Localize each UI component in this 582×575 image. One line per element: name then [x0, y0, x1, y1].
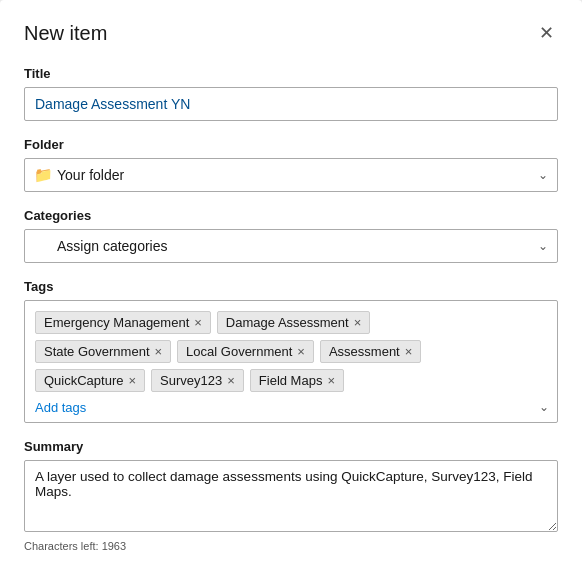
dialog-header: New item ✕: [24, 20, 558, 46]
tag-remove-damage-assessment[interactable]: ×: [354, 316, 362, 329]
tag-text: Assessment: [329, 344, 400, 359]
tag-remove-emergency-management[interactable]: ×: [194, 316, 202, 329]
folder-select-wrapper: 📁 Your folder ⌄: [24, 158, 558, 192]
tag-text: Field Maps: [259, 373, 323, 388]
tag-text: Survey123: [160, 373, 222, 388]
tags-row-3: QuickCapture × Survey123 × Field Maps ×: [35, 369, 547, 392]
tag-remove-assessment[interactable]: ×: [405, 345, 413, 358]
tag-emergency-management: Emergency Management ×: [35, 311, 211, 334]
categories-select[interactable]: Assign categories: [24, 229, 558, 263]
tags-expand-chevron-icon: ⌄: [539, 400, 549, 414]
tag-remove-state-government[interactable]: ×: [155, 345, 163, 358]
tag-state-government: State Government ×: [35, 340, 171, 363]
tags-field-group: Tags Emergency Management × Damage Asses…: [24, 279, 558, 423]
tag-local-government: Local Government ×: [177, 340, 314, 363]
folder-select[interactable]: Your folder: [24, 158, 558, 192]
tag-damage-assessment: Damage Assessment ×: [217, 311, 370, 334]
title-label: Title: [24, 66, 558, 81]
tag-text: Local Government: [186, 344, 292, 359]
tag-survey123: Survey123 ×: [151, 369, 244, 392]
char-count: Characters left: 1963: [24, 540, 558, 552]
categories-field-group: Categories Assign categories ⌄: [24, 208, 558, 263]
add-tags-row: Add tags: [35, 398, 547, 416]
title-field-group: Title: [24, 66, 558, 121]
dialog-title: New item: [24, 22, 107, 45]
tags-row-2: State Government × Local Government × As…: [35, 340, 547, 363]
summary-label: Summary: [24, 439, 558, 454]
tag-quickcapture: QuickCapture ×: [35, 369, 145, 392]
folder-field-group: Folder 📁 Your folder ⌄: [24, 137, 558, 192]
tags-label: Tags: [24, 279, 558, 294]
tag-text: State Government: [44, 344, 150, 359]
tags-row-1: Emergency Management × Damage Assessment…: [35, 311, 547, 334]
tag-assessment: Assessment ×: [320, 340, 421, 363]
summary-textarea[interactable]: A layer used to collect damage assessmen…: [24, 460, 558, 532]
tags-container: Emergency Management × Damage Assessment…: [24, 300, 558, 423]
summary-field-group: Summary A layer used to collect damage a…: [24, 439, 558, 552]
tag-text: Damage Assessment: [226, 315, 349, 330]
categories-label: Categories: [24, 208, 558, 223]
categories-select-wrapper: Assign categories ⌄: [24, 229, 558, 263]
tag-remove-field-maps[interactable]: ×: [327, 374, 335, 387]
tag-remove-survey123[interactable]: ×: [227, 374, 235, 387]
tag-text: Emergency Management: [44, 315, 189, 330]
folder-label: Folder: [24, 137, 558, 152]
tag-remove-quickcapture[interactable]: ×: [128, 374, 136, 387]
title-input[interactable]: [24, 87, 558, 121]
add-tags-button[interactable]: Add tags: [35, 400, 86, 415]
close-button[interactable]: ✕: [535, 20, 558, 46]
tag-remove-local-government[interactable]: ×: [297, 345, 305, 358]
tag-field-maps: Field Maps ×: [250, 369, 344, 392]
new-item-dialog: New item ✕ Title Folder 📁 Your folder ⌄ …: [0, 0, 582, 575]
tag-text: QuickCapture: [44, 373, 123, 388]
